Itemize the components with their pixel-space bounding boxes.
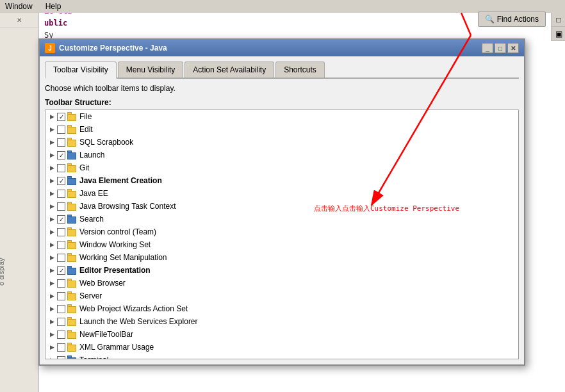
expand-icon[interactable]: ▶ <box>48 190 56 197</box>
menu-help[interactable]: Help <box>43 1 64 12</box>
tree-item-label: Server <box>79 291 102 300</box>
expand-icon[interactable]: ▶ <box>48 279 56 287</box>
tree-item[interactable]: ▶ Launch the Web Services Explorer <box>45 315 518 328</box>
tree-item-label: Java EE <box>79 189 108 198</box>
tree-checkbox[interactable] <box>57 138 65 147</box>
expand-icon[interactable]: ▶ <box>48 113 56 120</box>
expand-icon[interactable]: ▶ <box>48 138 56 146</box>
tree-item[interactable]: ▶ File <box>45 110 518 123</box>
customize-perspective-dialog: J Customize Perspective - Java _ □ ✕ Too… <box>38 38 525 366</box>
find-actions-button[interactable]: 🔍 Find Actions <box>478 12 546 27</box>
tree-checkbox[interactable] <box>57 292 65 300</box>
tree-checkbox[interactable] <box>57 228 65 236</box>
tree-checkbox[interactable] <box>57 279 65 288</box>
tree-item[interactable]: ▶ Java Element Creation <box>45 174 518 187</box>
tree-checkbox[interactable] <box>57 331 65 339</box>
tree-item-label: Launch <box>79 151 104 159</box>
maximize-button[interactable]: □ <box>495 43 506 53</box>
tree-checkbox[interactable] <box>57 151 65 159</box>
expand-icon[interactable]: ▶ <box>48 356 56 359</box>
tree-checkbox[interactable] <box>57 177 65 185</box>
folder-icon <box>67 317 78 326</box>
expand-icon[interactable]: ▶ <box>48 241 56 249</box>
expand-icon[interactable]: ▶ <box>48 318 56 325</box>
folder-icon <box>67 189 78 198</box>
folder-icon <box>67 227 78 236</box>
expand-icon[interactable]: ▶ <box>48 266 56 274</box>
tree-item[interactable]: ▶ Version control (Team) <box>45 225 518 238</box>
sidebar-close: ✕ <box>0 13 38 28</box>
expand-icon[interactable]: ▶ <box>48 305 56 313</box>
expand-icon[interactable]: ▶ <box>48 126 56 133</box>
tree-item[interactable]: ▶ Edit <box>45 123 518 136</box>
tree-item[interactable]: ▶ NewFileToolBar <box>45 328 518 341</box>
tree-checkbox[interactable] <box>57 343 65 352</box>
dialog-icon: J <box>45 43 55 53</box>
folder-icon <box>67 125 78 134</box>
tree-checkbox[interactable] <box>57 356 65 360</box>
tree-item[interactable]: ▶ XML Grammar Usage <box>45 341 518 354</box>
tree-item-label: Edit <box>79 125 93 134</box>
folder-icon <box>67 253 78 262</box>
expand-icon[interactable]: ▶ <box>48 228 56 236</box>
expand-icon[interactable]: ▶ <box>48 292 56 300</box>
tree-item-label: Window Working Set <box>79 240 151 249</box>
tree-checkbox[interactable] <box>57 266 65 275</box>
right-btn-1[interactable]: □ <box>552 13 565 27</box>
tree-checkbox[interactable] <box>57 164 65 172</box>
tree-checkbox[interactable] <box>57 215 65 224</box>
tree-item[interactable]: ▶ Java EE <box>45 187 518 200</box>
expand-icon[interactable]: ▶ <box>48 177 56 184</box>
folder-icon <box>67 343 78 352</box>
tree-item-label: Git <box>79 163 89 172</box>
minimize-button[interactable]: _ <box>482 43 493 53</box>
tree-item[interactable]: ▶ Editor Presentation <box>45 264 518 277</box>
tree-item[interactable]: ▶ SQL Scrapbook <box>45 136 518 149</box>
annotation-text: 点击输入点击输入Customize Perspective <box>314 204 459 213</box>
tree-checkbox[interactable] <box>57 305 65 313</box>
dialog-titlebar: J Customize Perspective - Java _ □ ✕ <box>40 40 524 56</box>
expand-icon[interactable]: ▶ <box>48 202 56 210</box>
expand-icon[interactable]: ▶ <box>48 254 56 261</box>
tree-item-label: File <box>79 112 92 121</box>
tree-item[interactable]: ▶ Search <box>45 213 518 225</box>
tree-item-label: Terminal <box>79 355 108 359</box>
tree-item[interactable]: ▶ Web Browser <box>45 277 518 290</box>
tree-item[interactable]: ▶ Web Project Wizards Action Set <box>45 302 518 315</box>
folder-icon <box>67 279 78 288</box>
tab-shortcuts[interactable]: Shortcuts <box>275 61 325 78</box>
search-icon: 🔍 <box>485 15 495 24</box>
expand-icon[interactable]: ▶ <box>48 331 56 338</box>
tree-checkbox[interactable] <box>57 318 65 326</box>
tab-action-set-availability[interactable]: Action Set Availability <box>184 61 274 78</box>
folder-icon <box>67 304 78 313</box>
tab-toolbar-visibility[interactable]: Toolbar Visibility <box>45 61 117 79</box>
menu-window[interactable]: Window <box>3 1 35 12</box>
expand-icon[interactable]: ▶ <box>48 164 56 172</box>
expand-icon[interactable]: ▶ <box>48 215 56 223</box>
tree-checkbox[interactable] <box>57 202 65 211</box>
tree-checkbox[interactable] <box>57 113 65 121</box>
tree-item[interactable]: ▶ Window Working Set <box>45 238 518 251</box>
tab-menu-visibility[interactable]: Menu Visibility <box>118 61 183 78</box>
toolbar-structure-label: Toolbar Structure: <box>45 98 519 107</box>
close-button[interactable]: ✕ <box>507 43 519 53</box>
expand-icon[interactable]: ▶ <box>48 151 56 159</box>
folder-icon <box>67 202 78 211</box>
tree-item[interactable]: ▶ Working Set Manipulation <box>45 251 518 264</box>
expand-icon[interactable]: ▶ <box>48 343 56 351</box>
tree-item[interactable]: ▶ Server <box>45 290 518 302</box>
tree-item[interactable]: ▶ Launch <box>45 149 518 161</box>
left-sidebar: ✕ <box>0 13 38 392</box>
tree-checkbox[interactable] <box>57 241 65 249</box>
tree-item-label: Search <box>79 215 104 224</box>
find-actions-label: Find Actions <box>497 15 539 24</box>
tree-checkbox[interactable] <box>57 190 65 198</box>
right-btn-2[interactable]: ▣ <box>552 27 565 41</box>
tree-checkbox[interactable] <box>57 126 65 134</box>
folder-icon <box>67 266 78 275</box>
toolbar-tree[interactable]: ▶ File ▶ Edit ▶ <box>45 110 519 359</box>
tree-item[interactable]: ▶ Terminal <box>45 354 518 359</box>
tree-checkbox[interactable] <box>57 254 65 262</box>
tree-item[interactable]: ▶ Git <box>45 161 518 174</box>
